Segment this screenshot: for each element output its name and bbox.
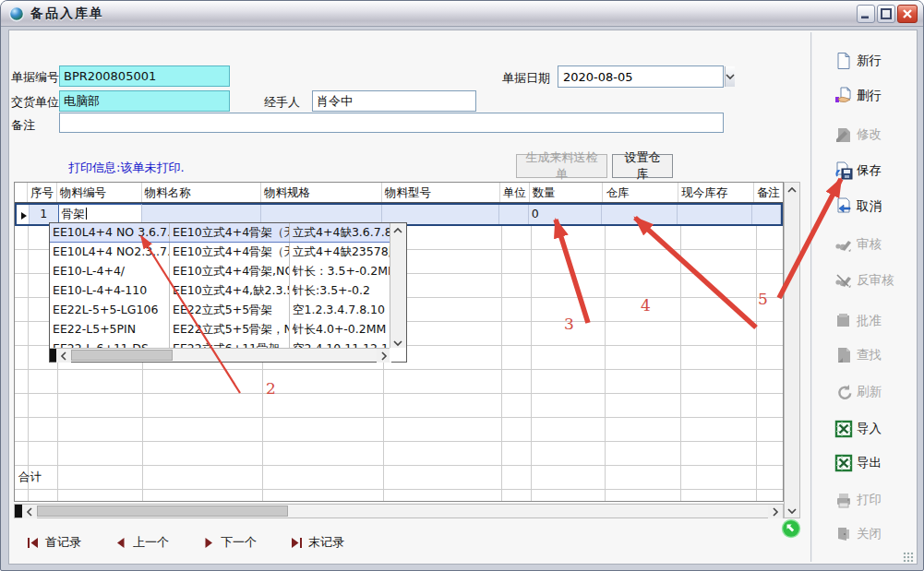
dropdown-item[interactable]: EE10-L-4+4-110 EE10立式4+4,缺2.3.5.6 针长:3.5…: [50, 281, 391, 301]
resize-grip[interactable]: [903, 552, 914, 563]
chevron-left-icon: [60, 351, 67, 362]
dropdown-vertical-scrollbar[interactable]: [390, 223, 406, 350]
sidebar-button-refresh[interactable]: 刷新: [834, 381, 914, 403]
chevron-down-icon: [392, 339, 403, 347]
sidebar-button-save[interactable]: 保存: [834, 160, 914, 182]
qty-cell[interactable]: 0: [529, 205, 603, 224]
sidebar-button-delete-row[interactable]: 删行: [834, 85, 914, 107]
doc-no-field[interactable]: [59, 65, 230, 87]
sidebar-button-unaudit[interactable]: 反审核: [834, 269, 914, 291]
previous-record-icon: [114, 537, 127, 549]
grid-header-row: 序号 物料编号 物料名称 物料规格 物料型号 单位 数量 仓库 现今库存 备注: [15, 183, 783, 203]
remark-field[interactable]: [59, 113, 724, 133]
approve-icon: [834, 312, 853, 330]
sidebar-button-audit[interactable]: 审核: [834, 233, 914, 256]
last-record-button[interactable]: 末记录: [290, 534, 344, 551]
sidebar-button-export[interactable]: 导出: [834, 452, 914, 474]
chevron-right-icon: [380, 351, 388, 362]
sidebar-button-approve[interactable]: 批准: [834, 310, 914, 332]
col-header-unit[interactable]: 单位: [500, 183, 530, 202]
dd-spec: 针长4.0+-0.2MM: [290, 320, 391, 339]
dropdown-horizontal-scrollbar[interactable]: [50, 348, 391, 362]
date-label: 单据日期: [502, 70, 550, 87]
record-navigation-bar: 首记录 上一个 下一个 末记录: [27, 534, 344, 551]
name-cell[interactable]: [142, 205, 261, 224]
dropdown-scrollbar-thumb[interactable]: [71, 350, 173, 361]
scroll-down-button[interactable]: [785, 504, 799, 517]
sidebar-button-import[interactable]: 导入: [834, 418, 914, 440]
new-row-icon: [834, 52, 853, 70]
col-header-warehouse[interactable]: 仓库: [603, 183, 678, 202]
code-editor-cell[interactable]: 骨架: [58, 204, 142, 224]
scrollbar-thumb[interactable]: [37, 506, 288, 517]
app-window: 备品入库单 单据编号 交货单位 经手人 单据日期 备注 打印信息:该单未打印. …: [0, 0, 924, 571]
col-header-name[interactable]: 物料名称: [142, 183, 262, 202]
warehouse-cell[interactable]: [602, 205, 678, 224]
unit-cell[interactable]: [499, 205, 529, 224]
stock-cell[interactable]: [678, 205, 753, 224]
scroll-right-button[interactable]: [768, 505, 783, 518]
import-excel-icon: [834, 420, 853, 438]
remark-label: 备注: [11, 117, 35, 134]
spec-cell[interactable]: [261, 205, 381, 224]
date-combobox[interactable]: [558, 65, 724, 88]
scroll-left-button[interactable]: [22, 505, 37, 518]
col-header-remark[interactable]: 备注: [754, 183, 783, 202]
sidebar-button-new-row[interactable]: 新行: [834, 50, 914, 72]
remark-cell[interactable]: [752, 205, 781, 224]
dropdown-scroll-corner: [390, 348, 406, 362]
dropdown-item[interactable]: EE22L-5+5-LG106 EE22立式5+5骨架 空1.2.3.4.7.8…: [50, 301, 391, 320]
save-icon: [834, 161, 853, 180]
minimize-button[interactable]: [857, 5, 875, 23]
col-header-seq[interactable]: 序号: [28, 183, 57, 202]
close-button[interactable]: [897, 5, 918, 23]
col-header-spec[interactable]: 物料规格: [261, 183, 382, 202]
first-record-button[interactable]: 首记录: [27, 534, 81, 551]
sidebar-button-close[interactable]: 关闭: [834, 523, 914, 545]
sidebar-button-modify[interactable]: 修改: [834, 124, 914, 146]
supplier-field[interactable]: [59, 90, 230, 112]
col-header-qty[interactable]: 数量: [530, 183, 604, 202]
sidebar-button-cancel[interactable]: 取消: [834, 196, 914, 218]
model-cell[interactable]: [382, 205, 499, 224]
delete-row-icon: [834, 87, 853, 105]
row-selector-cell[interactable]: [17, 205, 30, 224]
scrollbar-track[interactable]: [288, 505, 768, 517]
col-header-code[interactable]: 物料编号: [57, 183, 142, 202]
grid-horizontal-scrollbar[interactable]: [14, 504, 784, 518]
dropdown-item[interactable]: EE10-L-4+4/ EE10立式4+4骨架,NO1 针长：3.5+-0.2M…: [50, 262, 391, 281]
dropdown-item[interactable]: EE10L4+4 NO2.3..7.8 EE10立式4+4骨架（无骨 立式4+4…: [50, 243, 391, 262]
refresh-icon: [834, 383, 853, 401]
next-record-button[interactable]: 下一个: [202, 534, 257, 551]
seq-cell[interactable]: 1: [30, 205, 59, 224]
title-bar[interactable]: 备品入库单: [1, 1, 923, 27]
chevron-down-icon: [726, 73, 735, 80]
dropdown-scrollbar-track[interactable]: [173, 349, 377, 362]
cancel-icon: [834, 197, 853, 216]
find-icon: [834, 346, 853, 364]
maximize-icon: [879, 6, 894, 21]
scroll-up-button[interactable]: [785, 183, 799, 196]
dropdown-scroll-up-button[interactable]: [390, 223, 405, 237]
sidebar-button-print[interactable]: 打印: [834, 489, 914, 511]
col-header-stock[interactable]: 现今库存: [678, 183, 754, 202]
generate-inspection-button[interactable]: 生成来料送检单: [516, 154, 607, 178]
dropdown-item[interactable]: EE10L4+4 NO 3.6.7.8 EE10立式4+4骨架（无骨 立式4+4…: [50, 223, 391, 243]
dd-code: EE22-L5+5PIN: [50, 320, 170, 339]
date-field[interactable]: [558, 66, 725, 87]
grid-vertical-scrollbar[interactable]: [784, 182, 800, 518]
material-code-dropdown[interactable]: EE10L4+4 NO 3.6.7.8 EE10立式4+4骨架（无骨 立式4+4…: [49, 222, 407, 363]
grid-size-box: [15, 505, 22, 517]
dropdown-item[interactable]: EE22-L5+5PIN EE22立式5+5骨架，NO 针长4.0+-0.2MM: [50, 320, 391, 339]
col-header-model[interactable]: 物料型号: [382, 183, 500, 202]
set-warehouse-button[interactable]: 设置仓库: [612, 154, 673, 178]
sidebar-button-find[interactable]: 查找: [834, 344, 914, 366]
handler-field[interactable]: [312, 90, 476, 112]
current-row-marker-icon: [21, 212, 27, 220]
first-record-icon: [27, 537, 40, 549]
date-dropdown-button[interactable]: [725, 66, 735, 87]
previous-record-button[interactable]: 上一个: [114, 534, 169, 551]
maximize-button[interactable]: [877, 5, 895, 23]
print-icon: [834, 491, 853, 509]
dropdown-scroll-left-button[interactable]: [56, 349, 71, 363]
